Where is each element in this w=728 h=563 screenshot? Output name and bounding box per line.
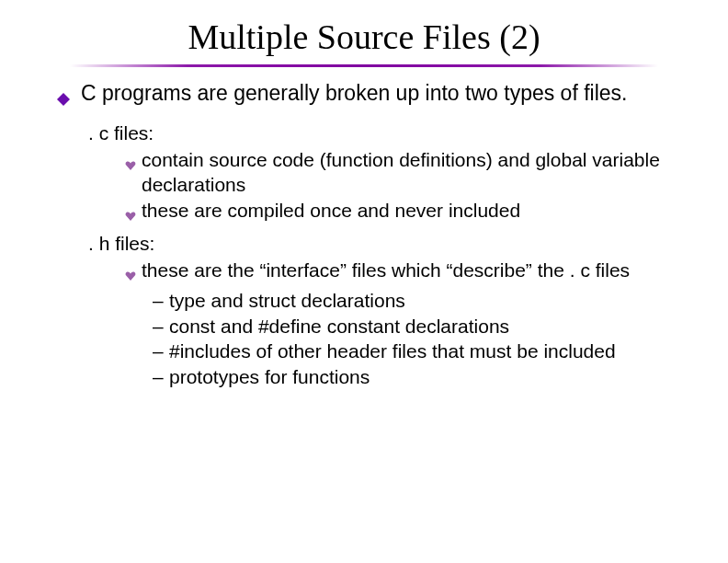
heart-bullet-icon — [125, 203, 136, 228]
h-files-label: . h files: — [88, 232, 684, 257]
c-files-label: . c files: — [88, 121, 684, 146]
c-files-section: . c files: contain source code (function… — [88, 121, 684, 228]
h-sub-4: prototypes for functions — [169, 366, 370, 387]
dash-bullet-icon: – — [153, 315, 169, 339]
h-sub-2: const and #define constant declarations — [169, 316, 509, 337]
dash-bullet-icon: – — [153, 289, 169, 314]
list-item: contain source code (function definition… — [125, 148, 684, 198]
heart-bullet-icon — [125, 153, 136, 178]
list-item: these are the “interface” files which “d… — [125, 259, 684, 288]
h-files-point-1: these are the “interface” files which “d… — [142, 259, 684, 283]
c-files-point-2: these are compiled once and never includ… — [142, 199, 684, 224]
dash-bullet-icon: – — [153, 365, 169, 390]
heart-bullet-icon — [125, 263, 136, 288]
list-item: –#includes of other header files that mu… — [153, 339, 684, 364]
main-bullet-row: C programs are generally broken up into … — [57, 80, 684, 112]
h-files-section: . h files: these are the “interface” fil… — [88, 232, 684, 390]
list-item: –type and struct declarations — [153, 289, 684, 314]
dash-bullet-icon: – — [153, 339, 169, 364]
h-sub-1: type and struct declarations — [169, 290, 405, 311]
diamond-bullet-icon — [57, 86, 70, 112]
title-underline — [70, 64, 658, 67]
h-sub-3: #includes of other header files that mus… — [169, 340, 616, 362]
main-bullet-text: C programs are generally broken up into … — [81, 80, 684, 107]
h-files-points: these are the “interface” files which “d… — [125, 259, 684, 288]
c-files-point-1: contain source code (function definition… — [142, 148, 684, 198]
list-item: –const and #define constant declarations — [153, 315, 684, 339]
list-item: –prototypes for functions — [153, 365, 684, 390]
slide-content: C programs are generally broken up into … — [0, 80, 728, 390]
h-files-subpoints: –type and struct declarations –const and… — [153, 289, 684, 391]
c-files-points: contain source code (function definition… — [125, 148, 684, 228]
slide-title: Multiple Source Files (2) — [0, 0, 728, 64]
svg-marker-0 — [57, 93, 70, 106]
list-item: these are compiled once and never includ… — [125, 199, 684, 228]
